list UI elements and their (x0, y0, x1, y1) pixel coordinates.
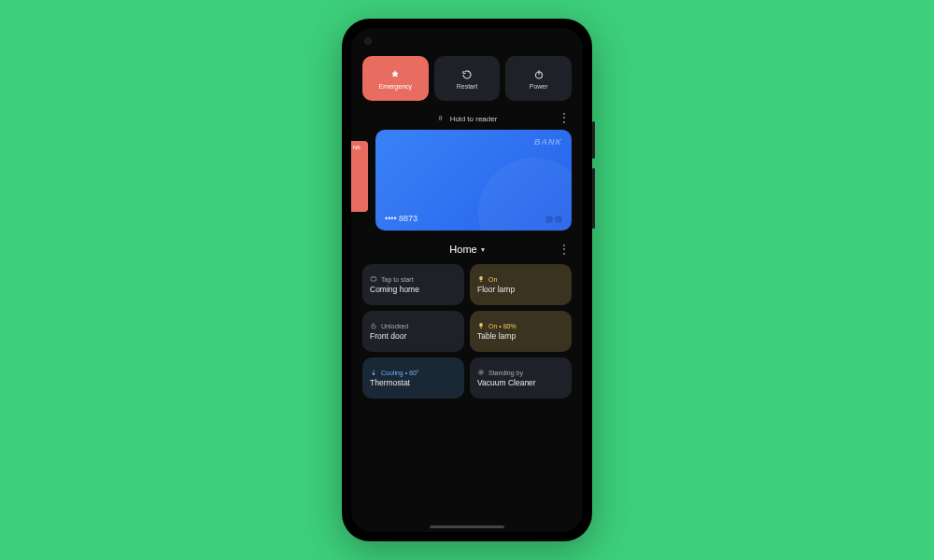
volume-button (592, 121, 595, 159)
tile-name: Front door (370, 331, 457, 341)
phone-frame: Emergency Restart Power (342, 19, 592, 541)
tile-name: Coming home (370, 285, 457, 294)
home-title: Home (449, 244, 476, 255)
bulb-icon (477, 322, 485, 329)
svg-rect-2 (371, 277, 375, 281)
svg-point-8 (480, 371, 481, 372)
medical-icon (389, 68, 402, 81)
wallet-card-carousel[interactable]: NK BANK •••• 8873 (362, 130, 572, 231)
chevron-down-icon: ▾ (481, 245, 485, 254)
power-icon (532, 68, 545, 81)
wallet-card-prev[interactable]: NK (351, 141, 368, 212)
tile-status: Tap to start (381, 276, 414, 283)
peek-brand: NK (353, 145, 361, 150)
tile-status: Standing by (488, 370, 523, 376)
power-label: Power (530, 83, 548, 90)
restart-button[interactable]: Restart (434, 56, 501, 101)
nfc-icon (437, 114, 446, 124)
svg-rect-5 (480, 328, 482, 329)
restart-label: Restart (457, 83, 478, 90)
routine-icon (370, 275, 377, 283)
emergency-button[interactable]: Emergency (362, 56, 429, 101)
svg-rect-3 (480, 281, 482, 282)
svg-point-6 (373, 373, 375, 375)
wallet-hint: Hold to reader ⋮ (362, 114, 572, 124)
tile-status: On • 80% (488, 323, 517, 329)
tile-status: On (488, 276, 497, 283)
lock-open-icon (370, 322, 377, 329)
card-chip-icon (545, 216, 562, 223)
emergency-label: Emergency (379, 83, 412, 90)
tile-coming-home[interactable]: Tap to start Coming home (362, 264, 464, 305)
home-selector[interactable]: Home ▾ ⋮ (362, 244, 572, 255)
tile-name: Floor lamp (477, 285, 564, 294)
tile-status: Unlocked (381, 323, 408, 329)
tile-table-lamp[interactable]: On • 80% Table lamp (470, 311, 572, 352)
restart-icon (460, 68, 474, 81)
wallet-hint-text: Hold to reader (450, 115, 498, 123)
power-button[interactable]: Power (505, 56, 572, 101)
wallet-more-button[interactable]: ⋮ (559, 114, 570, 121)
svg-rect-4 (372, 326, 375, 329)
vacuum-icon (477, 369, 485, 376)
tile-front-door[interactable]: Unlocked Front door (362, 311, 464, 352)
thermometer-icon (370, 369, 377, 376)
tile-name: Thermostat (370, 378, 457, 387)
card-brand: BANK (534, 137, 562, 147)
tile-name: Vacuum Cleaner (477, 378, 564, 387)
tile-thermostat[interactable]: Cooling • 80° Thermostat (362, 357, 464, 399)
tile-status: Cooling • 80° (381, 370, 419, 376)
tile-floor-lamp[interactable]: On Floor lamp (470, 264, 572, 305)
home-more-button[interactable]: ⋮ (559, 245, 570, 253)
bulb-icon (477, 275, 485, 283)
power-menu-row: Emergency Restart Power (362, 56, 572, 101)
tile-name: Table lamp (477, 331, 564, 341)
gesture-nav-bar[interactable] (430, 525, 504, 528)
device-tiles-grid: Tap to start Coming home On Floor lamp (362, 264, 572, 399)
camera-hole-icon (364, 37, 372, 45)
tile-vacuum[interactable]: Standing by Vacuum Cleaner (470, 357, 572, 399)
power-hardware-button (592, 168, 595, 229)
wallet-card-main[interactable]: BANK •••• 8873 (375, 130, 572, 231)
screen: Emergency Restart Power (351, 28, 583, 532)
